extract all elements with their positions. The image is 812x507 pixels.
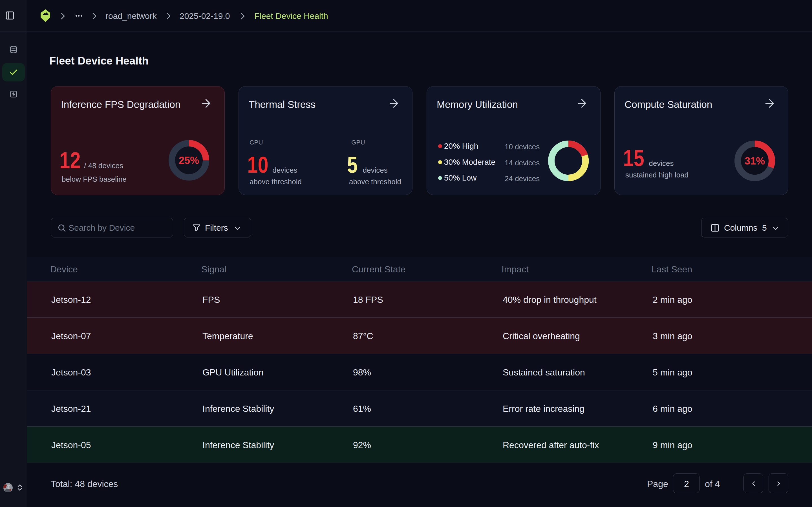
svg-text:25%: 25% <box>179 155 199 166</box>
svg-text:31%: 31% <box>745 155 765 167</box>
